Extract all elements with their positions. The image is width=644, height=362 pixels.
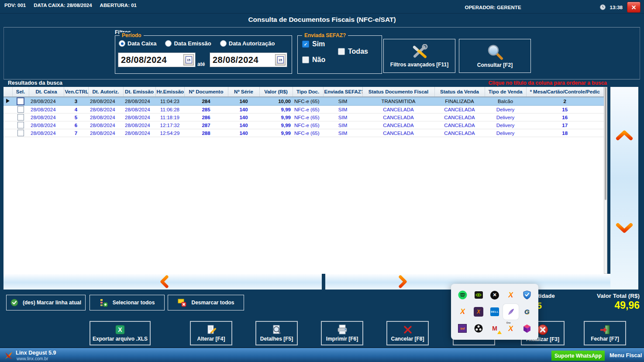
scroll-down-icon[interactable]: [615, 222, 634, 234]
red-circle-x-icon: [537, 324, 548, 335]
scroll-left-icon[interactable]: [158, 275, 170, 288]
cell: 28/08/2024: [123, 97, 155, 106]
column-header[interactable]: Status da Venda: [434, 87, 485, 97]
advanced-filters-button[interactable]: Filtros avançados [F11]: [383, 39, 455, 73]
row-checkbox[interactable]: [17, 122, 24, 128]
security-shield-icon[interactable]: [522, 290, 532, 300]
checkbox-sim[interactable]: ✓ Sim: [302, 40, 325, 48]
radio-data-autorizacao[interactable]: Data Autorização: [220, 40, 275, 47]
m-warning-icon[interactable]: M: [490, 324, 499, 333]
column-header[interactable]: Dt. Caixa: [29, 87, 64, 97]
imprimir-button[interactable]: Imprimir [F6]: [321, 321, 363, 345]
sefaz-legend: Enviada SEFAZ?: [302, 32, 348, 38]
cell: 18: [526, 129, 604, 137]
close-button[interactable]: ✕: [627, 2, 641, 13]
xbox-icon[interactable]: ✕: [490, 291, 499, 300]
table-row[interactable]: 28/08/2024728/08/202428/08/202412:54:292…: [3, 129, 604, 137]
scrollbar-thumb[interactable]: [605, 87, 606, 200]
column-header[interactable]: Dt. Autoriz.: [88, 87, 123, 97]
scroll-up-icon[interactable]: [615, 130, 634, 141]
geforce-icon[interactable]: [474, 290, 483, 300]
column-header[interactable]: Tipo de Venda: [485, 87, 526, 97]
printer-icon: [337, 324, 348, 335]
cell: 11:04:23: [155, 97, 184, 106]
column-header[interactable]: Nº Documento: [184, 87, 228, 97]
dell-icon[interactable]: DELL: [490, 307, 499, 316]
feather-icon[interactable]: [503, 304, 519, 320]
cancelar-button[interactable]: Cancelar [F8]: [386, 321, 429, 345]
cell: CANCELADA: [362, 114, 434, 121]
linx-one-icon[interactable]: OneX: [506, 324, 516, 333]
horizontal-scroll-left: [3, 274, 322, 290]
alterar-button[interactable]: Alterar [F4]: [190, 321, 232, 345]
linx-alt-icon[interactable]: X: [458, 307, 467, 317]
operador-label: OPERADOR: GERENTE: [465, 5, 521, 10]
column-header[interactable]: º Mesa/Cartão/Controle/Pedic: [526, 87, 604, 97]
column-header[interactable]: Nº Série: [228, 87, 259, 97]
column-header[interactable]: Dt. Emissão: [123, 87, 155, 97]
select-all-button[interactable]: Selecionar todos: [90, 295, 165, 310]
column-header[interactable]: Enviada SEFAZ?: [323, 87, 362, 97]
detalhes-button[interactable]: Detalhes [F5]: [255, 321, 298, 345]
cell: 3: [64, 97, 88, 106]
column-header-sel[interactable]: Sel.: [12, 87, 29, 97]
date-to-input[interactable]: 28/08/2024 15: [210, 52, 287, 67]
consult-button[interactable]: Consultar [F2]: [459, 39, 531, 73]
calendar-button-to[interactable]: 15: [275, 54, 286, 66]
unselect-all-button[interactable]: Desmarcar todos: [168, 295, 244, 310]
row-gutter: [3, 129, 12, 137]
whatsapp-support-button[interactable]: Suporte WhatsApp: [551, 351, 605, 361]
filters-panel: Filtros Período Data Caixa Data Emissão …: [3, 27, 640, 79]
abertura-label: ABERTURA: 01: [100, 3, 137, 8]
obs-studio-icon[interactable]: [474, 324, 483, 333]
column-header[interactable]: Hr.Emissão: [155, 87, 184, 97]
scroll-right-icon[interactable]: [397, 275, 409, 288]
linx-purple-icon[interactable]: X: [474, 307, 483, 317]
row-checkbox[interactable]: [17, 97, 24, 105]
menu-fiscal-button[interactable]: Menu Fiscal: [610, 352, 642, 359]
cell: CANCELADA: [434, 129, 485, 137]
column-header[interactable]: Tipo Doc.: [293, 87, 323, 97]
cell: 10,00: [259, 97, 293, 106]
radio-data-caixa[interactable]: Data Caixa: [119, 40, 156, 47]
cell: 28/08/2024: [29, 114, 64, 121]
cell: 28/08/2024: [29, 129, 64, 137]
cell: 7: [64, 129, 88, 137]
table-row[interactable]: 28/08/2024528/08/202428/08/202411:18:192…: [3, 114, 604, 121]
table-row[interactable]: 28/08/2024428/08/202428/08/202411:06:282…: [3, 106, 604, 114]
row-checkbox[interactable]: [17, 106, 24, 113]
export-xls-button[interactable]: X Exportar arquivo .XLS: [90, 321, 151, 345]
column-header[interactable]: Status Documento Fiscal: [362, 87, 434, 97]
system-tray-popup: ✕ X X X DELL G Inf M OneX: [451, 284, 538, 340]
tools-icon: [410, 44, 429, 60]
cell: FINALIZADA: [434, 97, 485, 106]
results-label: Resultados da busca: [8, 80, 62, 86]
inf-icon[interactable]: Inf: [458, 324, 467, 333]
cell: 28/08/2024: [88, 97, 123, 106]
radio-icon: [119, 40, 125, 47]
cell: CANCELADA: [362, 106, 434, 114]
row-checkbox[interactable]: [17, 130, 24, 136]
cell: NFC-e (65): [293, 106, 323, 114]
spotify-icon[interactable]: [458, 290, 467, 300]
table-row[interactable]: 28/08/2024628/08/202428/08/202412:17:322…: [3, 121, 604, 129]
checkbox-icon: [338, 48, 345, 55]
cube-icon[interactable]: [522, 324, 532, 333]
fechar-button[interactable]: Fechar [F7]: [584, 321, 626, 345]
column-header[interactable]: Ven.CTRL: [64, 87, 88, 97]
column-header[interactable]: Valor (R$): [259, 87, 293, 97]
date-from-input[interactable]: 28/08/2024 15: [118, 52, 196, 67]
checkbox-todas[interactable]: Todas: [338, 48, 368, 55]
table-row[interactable]: 28/08/2024328/08/202428/08/202411:04:232…: [3, 97, 604, 106]
g-logo-icon[interactable]: G: [522, 307, 532, 317]
checkbox-nao[interactable]: Não: [302, 56, 325, 64]
calendar-button-from[interactable]: 15: [183, 54, 194, 66]
radio-data-emissao[interactable]: Data Emissão: [165, 40, 211, 47]
mark-current-line-button[interactable]: (des) Marcar linha atual: [6, 295, 86, 310]
total-value: 49,96: [570, 300, 640, 311]
footer-bar: Linx Degust 5.9 www.linx.com.br Suporte …: [0, 347, 644, 362]
vertical-scrollbar[interactable]: [604, 87, 607, 274]
row-checkbox[interactable]: [17, 114, 24, 121]
linx-icon[interactable]: X: [506, 290, 516, 300]
cell: 11:06:28: [155, 106, 184, 114]
